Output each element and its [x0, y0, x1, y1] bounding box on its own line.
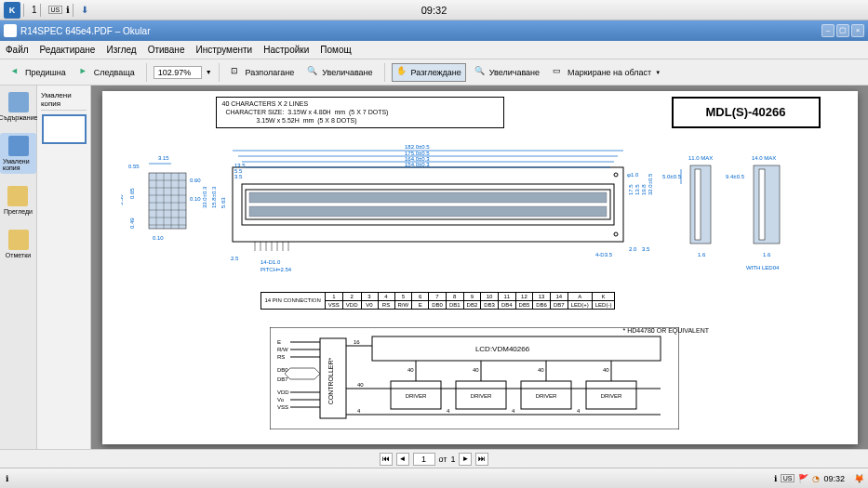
minimize-button[interactable]: –	[821, 24, 835, 37]
svg-text:3.15: 3.15	[158, 155, 169, 161]
panel-separator	[23, 4, 29, 17]
tray-firefox-icon[interactable]: 🦊	[854, 474, 864, 483]
svg-text:40: 40	[473, 367, 479, 373]
pin-connection-table: 14 PIN CONNECTION 1234567891011121314AK …	[260, 292, 616, 310]
kget-icon[interactable]: ⬇	[81, 5, 88, 15]
toolbar: ◄Предишна ►Следваща ▼ ⊡Разполагане 🔍Увел…	[0, 59, 868, 86]
next-page-button[interactable]: ►Следваща	[74, 63, 140, 82]
svg-text:40: 40	[357, 382, 364, 388]
hand-icon: ✋	[396, 66, 409, 79]
sidebar-item-thumbnails[interactable]: Умалени копия	[0, 133, 36, 174]
keyboard-layout-icon[interactable]: US	[48, 6, 63, 14]
svg-text:VDD: VDD	[277, 389, 289, 395]
svg-text:DRIVER: DRIVER	[470, 393, 491, 399]
app-icon	[4, 24, 17, 37]
svg-rect-21	[233, 167, 623, 242]
svg-text:40: 40	[538, 367, 544, 373]
svg-text:13.5: 13.5	[234, 163, 246, 168]
svg-text:4: 4	[447, 408, 450, 414]
thumbnails-icon	[8, 136, 29, 156]
prev-page-nav-button[interactable]: ◄	[396, 453, 409, 466]
svg-text:0.65: 0.65	[129, 187, 135, 198]
kde-menu-icon[interactable]: K	[4, 2, 20, 19]
svg-text:13.5: 13.5	[634, 183, 640, 194]
menu-tools[interactable]: Инструменти	[195, 45, 252, 55]
fit-button[interactable]: ⊡Разполагане	[226, 63, 300, 82]
dropdown-icon[interactable]: ▼	[655, 70, 661, 75]
pdf-page: 40 CHARACTERS X 2 LINES CHARACTER SIZE: …	[102, 91, 858, 444]
next-page-nav-button[interactable]: ►	[459, 453, 472, 466]
panel-clock: 09:32	[421, 5, 447, 16]
svg-text:R/W: R/W	[277, 347, 288, 352]
svg-text:40: 40	[603, 367, 609, 373]
svg-point-50	[614, 173, 618, 177]
sidebar-item-reviews[interactable]: Прегледи	[1, 183, 35, 218]
svg-text:5.63: 5.63	[220, 196, 226, 207]
menu-view[interactable]: Изглед	[106, 45, 136, 55]
zoom-tool-button[interactable]: 🔍Увеличаване	[470, 63, 544, 82]
top-panel: K 1 US ℹ ⬇ 09:32	[0, 0, 868, 20]
svg-rect-66	[754, 165, 780, 244]
svg-text:11.0 MAX: 11.0 MAX	[688, 155, 713, 161]
sidebar: Съдържание Умалени копия Прегледи Отметк…	[0, 86, 37, 449]
menu-edit[interactable]: Редактиране	[40, 45, 96, 55]
menu-help[interactable]: Помощ	[320, 45, 351, 55]
sidebar-label: Умалени копия	[3, 158, 33, 171]
svg-text:9.4±0.5: 9.4±0.5	[726, 174, 745, 179]
window-title: R14SPEC 645e4.PDF – Okular	[20, 26, 151, 36]
show-desktop-icon[interactable]: ℹ	[6, 474, 8, 483]
page-navigator: ⏮ ◄ от 1 ► ⏭	[0, 449, 868, 468]
svg-text:3.5: 3.5	[234, 174, 243, 179]
page-of-label: от	[439, 455, 447, 464]
svg-text:Vo: Vo	[277, 397, 285, 402]
document-viewer[interactable]: 40 CHARACTERS X 2 LINES CHARACTER SIZE: …	[91, 86, 868, 449]
tray-app-icon[interactable]: ◔	[812, 474, 820, 483]
svg-text:WITH LED04: WITH LED04	[746, 265, 780, 270]
last-page-button[interactable]: ⏭	[475, 453, 488, 466]
magnify-icon: 🔍	[474, 66, 487, 79]
svg-text:0.55: 0.55	[128, 164, 140, 169]
svg-rect-61	[695, 169, 701, 240]
maximize-button[interactable]: ▢	[836, 24, 849, 37]
zoom-in-button[interactable]: 🔍Увеличаване	[302, 63, 377, 82]
sidebar-label: Съдържание	[0, 114, 37, 121]
svg-rect-67	[759, 169, 765, 240]
sidebar-item-contents[interactable]: Съдържание	[0, 89, 40, 124]
doc-header-line: 40 CHARACTERS X 2 LINES	[222, 99, 498, 108]
first-page-button[interactable]: ⏮	[380, 453, 393, 466]
sidebar-item-bookmarks[interactable]: Отметки	[3, 227, 33, 261]
svg-text:DRIVER: DRIVER	[600, 393, 621, 399]
zoom-input[interactable]	[154, 66, 202, 79]
menu-go[interactable]: Отиване	[148, 45, 185, 55]
page-thumbnail[interactable]	[42, 114, 87, 144]
pin-table-label: 14 PIN CONNECTION	[260, 292, 325, 309]
svg-text:2.5: 2.5	[231, 256, 239, 261]
menu-file[interactable]: Файл	[6, 45, 29, 55]
select-button[interactable]: ▭Маркиране на област▼	[548, 63, 665, 82]
svg-rect-0	[149, 173, 186, 229]
svg-rect-24	[249, 192, 607, 203]
tray-keyboard-icon[interactable]: US	[781, 474, 795, 482]
toolbar-separator	[384, 63, 385, 82]
prev-page-button[interactable]: ◄Предишна	[6, 63, 71, 82]
svg-text:4: 4	[357, 408, 361, 414]
svg-text:1.6: 1.6	[698, 252, 706, 257]
panel-separator	[73, 4, 78, 17]
model-number-box: MDL(S)-40266	[672, 97, 821, 128]
svg-text:33.0±0.3: 33.0±0.3	[202, 186, 207, 208]
tray-flag-icon[interactable]: 🚩	[798, 474, 808, 483]
svg-text:19.8: 19.8	[641, 183, 647, 194]
browse-button[interactable]: ✋Разглеждане	[392, 63, 466, 82]
svg-marker-85	[285, 368, 320, 379]
tray-info-icon[interactable]: ℹ	[774, 474, 777, 483]
close-button[interactable]: ×	[851, 24, 864, 37]
svg-text:5.50: 5.50	[121, 193, 124, 204]
select-label: Маркиране на област	[568, 68, 651, 77]
thumbnail-panel: Умалени копия	[37, 86, 91, 449]
svg-text:LCD:VDM40266: LCD:VDM40266	[474, 345, 529, 353]
page-number-input[interactable]	[413, 453, 435, 466]
svg-text:32.0±0.5: 32.0±0.5	[648, 173, 653, 195]
zoom-dropdown-icon[interactable]: ▼	[206, 69, 212, 75]
info-icon[interactable]: ℹ	[66, 5, 70, 15]
menu-settings[interactable]: Настройки	[263, 45, 309, 55]
